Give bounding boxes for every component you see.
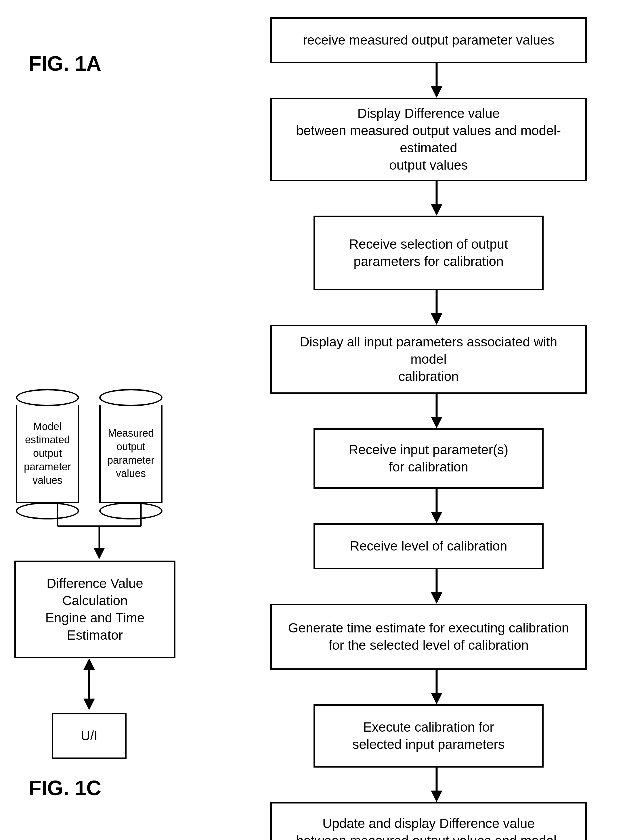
ui-box: U/I xyxy=(52,713,126,759)
dbl-arrow-diff-ui xyxy=(80,658,98,710)
flow-box-4: Display all input parameters associated … xyxy=(270,325,587,394)
svg-marker-13 xyxy=(431,693,442,704)
flow-box-3: Receive selection of output parameters f… xyxy=(314,216,544,290)
fig1c-label: FIG. 1C xyxy=(29,776,101,800)
svg-marker-21 xyxy=(83,658,95,670)
page: FIG. 1A FIG. 1C receive measured output … xyxy=(0,0,627,840)
cylinder-lines xyxy=(11,503,175,561)
arrow-8-9 xyxy=(428,768,445,802)
flow-box-1: receive measured output parameter values xyxy=(270,17,587,63)
flow-box-7: Generate time estimate for executing cal… xyxy=(270,604,587,670)
arrow-1-2 xyxy=(428,63,445,98)
cylinder-measured-body: Measured output parameter values xyxy=(99,405,162,503)
svg-marker-20 xyxy=(93,547,105,559)
svg-marker-23 xyxy=(83,698,95,710)
svg-marker-11 xyxy=(431,592,442,604)
cylinder-model-top xyxy=(16,389,79,406)
flow-box-2: Display Difference value between measure… xyxy=(270,98,587,181)
flow-box-8: Execute calibration for selected input p… xyxy=(314,704,544,768)
flow-box-9: Update and display Difference value betw… xyxy=(270,802,587,840)
cylinder-model: Model estimated output parameter values xyxy=(14,388,80,520)
svg-marker-1 xyxy=(431,86,442,98)
diff-engine-box: Difference Value Calculation Engine and … xyxy=(14,561,175,658)
arrow-7-8 xyxy=(428,670,445,704)
arrow-6-7 xyxy=(428,569,445,604)
arrow-5-6 xyxy=(428,489,445,523)
flow-box-6: Receive level of calibration xyxy=(314,523,544,569)
arrow-3-4 xyxy=(428,290,445,325)
svg-marker-3 xyxy=(431,204,442,216)
arrow-2-3 xyxy=(428,181,445,216)
svg-marker-9 xyxy=(431,512,442,523)
arrow-4-5 xyxy=(428,394,445,428)
cylinder-model-body: Model estimated output parameter values xyxy=(16,405,79,503)
svg-marker-5 xyxy=(431,313,442,325)
svg-marker-7 xyxy=(431,417,442,428)
fig1a-label: FIG. 1A xyxy=(29,52,101,76)
flow-box-5: Receive input parameter(s) for calibrati… xyxy=(314,428,544,489)
cylinder-measured: Measured output parameter values xyxy=(98,388,164,520)
cylinder-measured-top xyxy=(99,389,162,406)
svg-marker-15 xyxy=(431,791,442,802)
